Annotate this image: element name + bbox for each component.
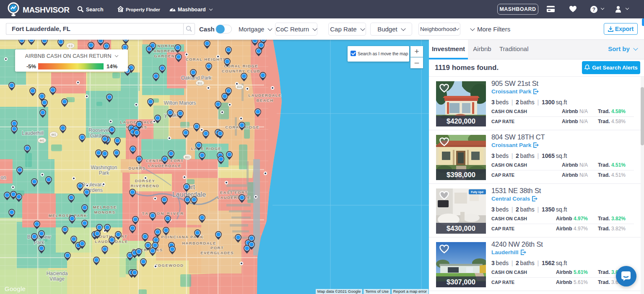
svg-text:MELROSE: MELROSE: [93, 205, 117, 209]
svg-text:Village: Village: [49, 276, 65, 282]
svg-text:Lauderhill: Lauderhill: [22, 130, 44, 136]
svg-text:811: 811: [185, 156, 190, 159]
svg-text:LAKE RIDGE: LAKE RIDGE: [191, 146, 222, 151]
svg-text:HARBORDALE: HARBORDALE: [182, 241, 216, 245]
svg-text:Boulevard: Boulevard: [82, 182, 104, 188]
svg-text:CORAL HEIGHTS: CORAL HEIGHTS: [186, 57, 226, 62]
svg-text:EAST FORT: EAST FORT: [220, 190, 248, 195]
svg-text:441: 441: [39, 139, 44, 142]
svg-text:DURRS: DURRS: [129, 166, 146, 170]
svg-text:Wilton Manors: Wilton Manors: [164, 100, 196, 106]
svg-text:LAUDERDALE: LAUDERDALE: [217, 195, 250, 200]
svg-text:Hacienda: Hacienda: [47, 271, 68, 276]
svg-text:Oakland Park: Oakland Park: [181, 75, 212, 81]
svg-text:LAUDERDALE: LAUDERDALE: [248, 93, 281, 98]
svg-text:RIVERBEND: RIVERBEND: [131, 183, 160, 188]
svg-text:?: ?: [592, 7, 595, 13]
svg-text:811: 811: [197, 82, 202, 85]
svg-text:4 0: 4 0: [68, 44, 73, 47]
svg-text:on: on: [0, 175, 6, 181]
svg-text:EDGEWOOD: EDGEWOOD: [155, 263, 184, 268]
svg-text:TARPON RIVER: TARPON RIVER: [142, 211, 184, 216]
svg-text:Roosevelt: Roosevelt: [88, 127, 111, 133]
svg-text:441: 441: [51, 133, 56, 136]
svg-text:EVERGLADES: EVERGLADES: [200, 250, 234, 255]
svg-text:Fully Upd: Fully Upd: [471, 191, 483, 194]
svg-text:GARDENS: GARDENS: [154, 54, 178, 58]
svg-text:ANDREWS: ANDREWS: [154, 49, 179, 53]
svg-text:Washington: Washington: [91, 165, 117, 170]
svg-text:Park: Park: [99, 170, 110, 176]
svg-text:MONORS: MONORS: [94, 210, 115, 214]
svg-text:COUNTRY CLUB: COUNTRY CLUB: [222, 69, 260, 73]
svg-text:PORT: PORT: [210, 245, 224, 250]
svg-text:816: 816: [237, 85, 242, 88]
svg-text:BEACH: BEACH: [257, 98, 274, 103]
svg-text:MELROSE PARK: MELROSE PARK: [49, 213, 88, 218]
svg-text:NORTH: NORTH: [158, 44, 175, 48]
